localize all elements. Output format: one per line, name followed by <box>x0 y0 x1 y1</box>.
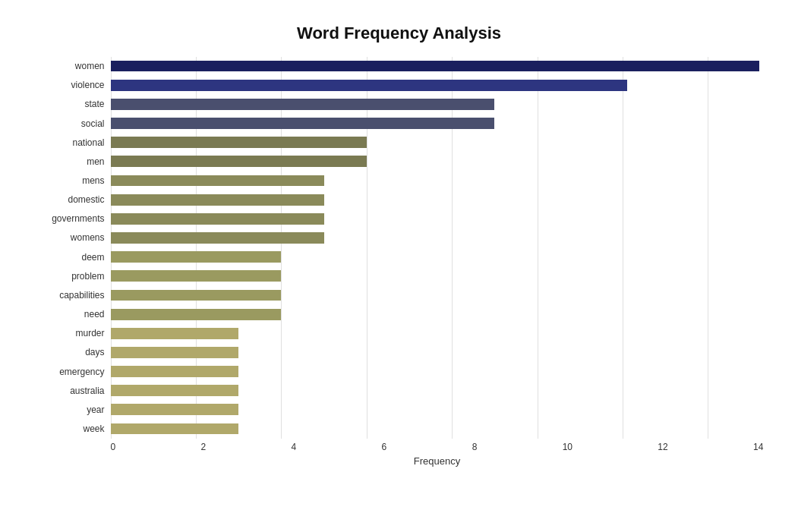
x-tick: 2 <box>201 442 207 452</box>
x-ticks: 02468101214 <box>111 442 764 452</box>
bar-row <box>111 247 764 266</box>
bar-row <box>111 324 764 343</box>
y-label: social <box>81 114 105 133</box>
bar <box>111 156 367 167</box>
bar-row <box>111 362 764 381</box>
chart-area: womenviolencestatesocialnationalmenmensd… <box>35 57 764 467</box>
bar-row <box>111 76 764 95</box>
y-label: womens <box>71 228 105 247</box>
bar <box>111 385 239 396</box>
x-axis-title: Frequency <box>111 455 764 467</box>
bar <box>111 290 282 301</box>
chart-title: Word Frequency Analysis <box>35 24 764 43</box>
bar-row <box>111 114 764 133</box>
y-label: deem <box>81 247 104 266</box>
bar <box>111 118 495 129</box>
y-label: capabilities <box>59 285 104 304</box>
bar <box>111 175 324 187</box>
y-label: men <box>87 152 104 171</box>
bar <box>111 213 324 225</box>
bar <box>111 137 367 148</box>
y-label: days <box>85 343 104 362</box>
x-tick: 8 <box>472 442 478 452</box>
bar-row <box>111 228 764 247</box>
bar-row <box>111 152 764 171</box>
bar <box>111 404 239 415</box>
bar <box>111 80 627 91</box>
bar-row <box>111 209 764 228</box>
y-label: national <box>72 133 104 152</box>
bar-row <box>111 400 764 419</box>
bars-and-grid <box>111 57 764 439</box>
bar <box>111 366 239 377</box>
bar-row <box>111 343 764 362</box>
y-labels: womenviolencestatesocialnationalmenmensd… <box>35 57 111 439</box>
bar <box>111 270 282 282</box>
x-axis-spacer <box>35 442 111 467</box>
bars-rows <box>111 57 764 439</box>
y-label: problem <box>71 266 104 285</box>
bar <box>111 347 239 358</box>
bars-section: womenviolencestatesocialnationalmenmensd… <box>35 57 764 439</box>
bar-row <box>111 381 764 400</box>
y-label: need <box>84 305 105 324</box>
bar-row <box>111 419 764 438</box>
y-label: murder <box>75 324 104 343</box>
y-label: governments <box>52 209 104 228</box>
y-label: violence <box>71 76 104 95</box>
chart-container: Word Frequency Analysis womenviolencesta… <box>20 8 779 524</box>
y-label: state <box>84 95 104 114</box>
y-label: domestic <box>68 190 104 209</box>
y-label: mens <box>82 171 104 190</box>
bar <box>111 251 282 263</box>
bar <box>111 309 282 320</box>
y-label: women <box>75 57 105 76</box>
bar <box>111 194 324 206</box>
y-label: emergency <box>59 362 104 381</box>
bar-row <box>111 266 764 285</box>
bar <box>111 61 759 72</box>
x-tick: 6 <box>382 442 387 452</box>
x-tick: 14 <box>753 442 763 452</box>
bar <box>111 99 495 110</box>
bar-row <box>111 190 764 209</box>
bar <box>111 328 239 339</box>
bar-row <box>111 133 764 152</box>
x-tick: 10 <box>563 442 572 452</box>
y-label: week <box>83 419 104 438</box>
y-label: australia <box>70 381 104 400</box>
bar-row <box>111 305 764 324</box>
x-axis-labels: 02468101214 Frequency <box>111 442 764 467</box>
bar <box>111 423 239 435</box>
bar-row <box>111 171 764 190</box>
x-tick: 12 <box>658 442 667 452</box>
x-axis-section: 02468101214 Frequency <box>35 442 764 467</box>
bar <box>111 232 324 244</box>
x-tick: 0 <box>111 442 116 452</box>
x-tick: 4 <box>292 442 297 452</box>
bar-row <box>111 285 764 304</box>
bar-row <box>111 95 764 114</box>
bar-row <box>111 57 764 76</box>
y-label: year <box>87 400 104 419</box>
